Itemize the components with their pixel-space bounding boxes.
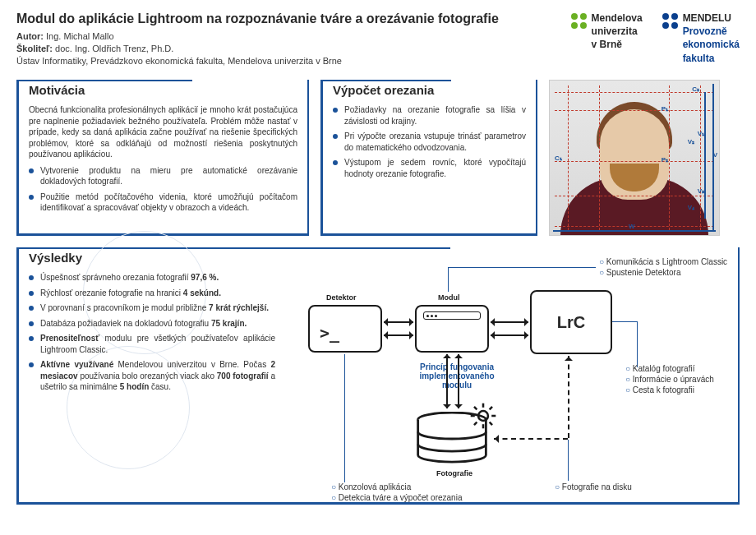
result-bullet: Úspešnosť správneho orezania fotografií … [29,272,275,284]
annotation: Katalóg fotografií [625,364,694,373]
results-heading: Výsledky [29,251,87,265]
architecture-diagram: Detektor Modul >_ LrC [284,272,728,494]
annotation: Fotografie na disku [555,482,632,491]
annotation: Detekcia tváre a výpočet orezania [331,493,462,502]
node-modul [415,305,489,353]
annotation: Spustenie Detektora [599,268,680,277]
affiliation-line: Ústav Informatiky, Prevádzkovo ekonomick… [16,56,571,66]
svg-line-7 [490,422,492,425]
svg-line-9 [474,422,477,425]
result-bullet: Rýchlosť orezanie fotografie na hranici … [29,288,275,299]
results-panel: Výsledky Úspešnosť správneho orezania fo… [16,247,740,505]
header: Modul do aplikácie Lightroom na rozpozná… [16,12,740,68]
supervisor-line: Školiteľ: doc. Ing. Oldřich Trenz, Ph.D. [16,44,571,53]
annotation: Konzolová aplikácia [331,482,411,491]
crop-bullet: Pri výpočte orezania vstupuje trinásť pa… [333,131,526,153]
sample-photo: P₁ P₂ C₁ C₂ V V₁ V₂ V₃ V₄ W [549,80,720,236]
result-bullet: Aktívne využívané Mendelovou univerzitou… [29,359,275,393]
node-lrc: LrC [530,290,612,354]
result-bullet: Databáza požiadaviek na dokladovú fotogr… [29,318,275,330]
motivation-panel: Motivácia Obecná funkcionalita profesion… [16,80,309,236]
annotation: Komunikácia s Lightroom Classic [599,257,727,266]
gear-icon [469,402,497,430]
svg-line-6 [474,407,477,409]
page-title: Modul do aplikácie Lightroom na rozpozná… [16,12,571,26]
svg-point-1 [478,411,488,421]
crop-heading: Výpočet orezania [333,83,439,97]
motivation-heading: Motivácia [29,83,90,97]
node-detektor: >_ [308,305,382,353]
crop-bullet: Výstupom je sedem rovníc, ktoré vypočíta… [333,157,526,179]
motivation-bullet: Použitie metód počítačového videnia, kto… [29,191,297,214]
svg-line-8 [490,407,492,409]
crop-bullet: Požiadavky na orezanie fotografie sa líš… [333,104,526,127]
result-bullet: Prenositeľnosť modulu pre všetkých použí… [29,333,275,355]
motivation-text: Obecná funkcionalita profesionálnych apl… [29,104,297,160]
annotation: Informácie o úpravách [625,375,714,384]
author-line: Autor: Ing. Michal Mallo [16,31,571,41]
result-bullet: V porovnaní s pracovníkom je modul pribl… [29,302,275,314]
crop-panel: Výpočet orezania Požiadavky na orezanie … [320,80,537,236]
university-logo: Mendelova univerzita v Brně MENDELU Prov… [571,12,740,65]
annotation: Cesta k fotografii [625,385,694,394]
motivation-bullet: Vytvorenie produktu na mieru pre automat… [29,165,297,187]
